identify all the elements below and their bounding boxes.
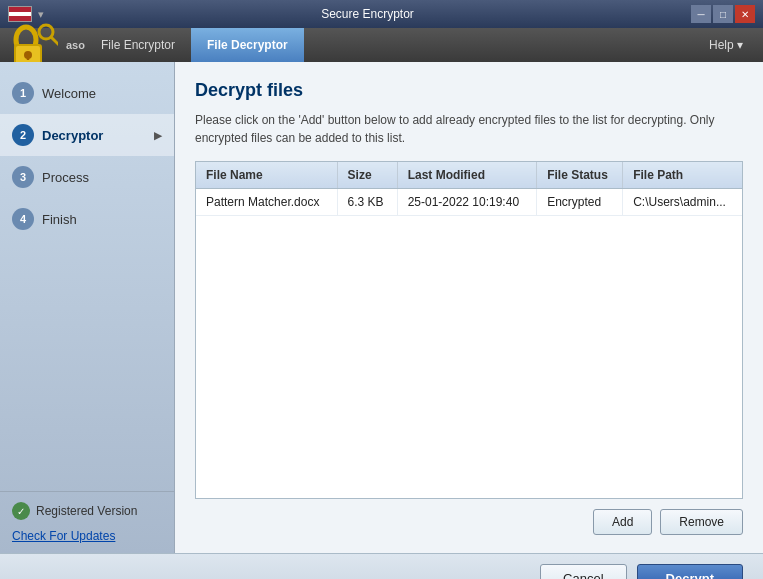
window-controls: ─ □ ✕ (691, 5, 755, 23)
tab-file-decryptor[interactable]: File Decryptor (191, 28, 304, 62)
col-header-filestatus: File Status (537, 162, 623, 189)
col-header-filename: File Name (196, 162, 337, 189)
sidebar-item-process[interactable]: 3 Process (0, 156, 174, 198)
cancel-button[interactable]: Cancel (540, 564, 626, 579)
table-cell-0: Pattern Matcher.docx (196, 189, 337, 216)
sidebar-label-decryptor: Decryptor (42, 128, 103, 143)
menu-bar: aso File Encryptor File Decryptor Help ▾ (0, 28, 763, 62)
sidebar: 1 Welcome 2 Decryptor ▶ 3 Process 4 Fini… (0, 62, 175, 553)
svg-point-5 (39, 25, 53, 39)
registered-badge: ✓ Registered Version (12, 502, 162, 520)
action-bar: Cancel Decrypt (0, 553, 763, 579)
registered-label: Registered Version (36, 504, 137, 518)
close-button[interactable]: ✕ (735, 5, 755, 23)
file-table: File Name Size Last Modified File Status… (196, 162, 742, 216)
tab-file-encryptor[interactable]: File Encryptor (85, 28, 191, 62)
sidebar-bottom: ✓ Registered Version Check For Updates (0, 491, 174, 553)
svg-line-6 (51, 37, 58, 46)
page-title: Decrypt files (195, 80, 743, 101)
registered-icon: ✓ (12, 502, 30, 520)
content-area: Decrypt files Please click on the 'Add' … (175, 62, 763, 553)
minimize-button[interactable]: ─ (691, 5, 711, 23)
col-header-filepath: File Path (623, 162, 742, 189)
add-button[interactable]: Add (593, 509, 652, 535)
check-updates-link[interactable]: Check For Updates (12, 529, 115, 543)
add-remove-buttons: Add Remove (195, 509, 743, 535)
sidebar-label-welcome: Welcome (42, 86, 96, 101)
description-text: Please click on the 'Add' button below t… (195, 111, 743, 147)
help-menu[interactable]: Help ▾ (697, 34, 755, 56)
table-cell-3: Encrypted (537, 189, 623, 216)
title-bar: ▾ Secure Encryptor ─ □ ✕ (0, 0, 763, 28)
decrypt-button[interactable]: Decrypt (637, 564, 743, 579)
step-3-circle: 3 (12, 166, 34, 188)
step-2-circle: 2 (12, 124, 34, 146)
main-container: 1 Welcome 2 Decryptor ▶ 3 Process 4 Fini… (0, 62, 763, 553)
table-row[interactable]: Pattern Matcher.docx6.3 KB25-01-2022 10:… (196, 189, 742, 216)
file-table-container: File Name Size Last Modified File Status… (195, 161, 743, 499)
step-4-circle: 4 (12, 208, 34, 230)
remove-button[interactable]: Remove (660, 509, 743, 535)
arrow-icon: ▶ (154, 130, 162, 141)
table-cell-1: 6.3 KB (337, 189, 397, 216)
table-cell-4: C:\Users\admin... (623, 189, 742, 216)
sidebar-label-process: Process (42, 170, 89, 185)
col-header-lastmodified: Last Modified (397, 162, 537, 189)
window-title: Secure Encryptor (44, 7, 691, 21)
sidebar-item-decryptor[interactable]: 2 Decryptor ▶ (0, 114, 174, 156)
sidebar-label-finish: Finish (42, 212, 77, 227)
logo-text: aso (66, 39, 85, 51)
sidebar-item-welcome[interactable]: 1 Welcome (0, 72, 174, 114)
col-header-size: Size (337, 162, 397, 189)
restore-button[interactable]: □ (713, 5, 733, 23)
step-1-circle: 1 (12, 82, 34, 104)
table-cell-2: 25-01-2022 10:19:40 (397, 189, 537, 216)
sidebar-item-finish[interactable]: 4 Finish (0, 198, 174, 240)
